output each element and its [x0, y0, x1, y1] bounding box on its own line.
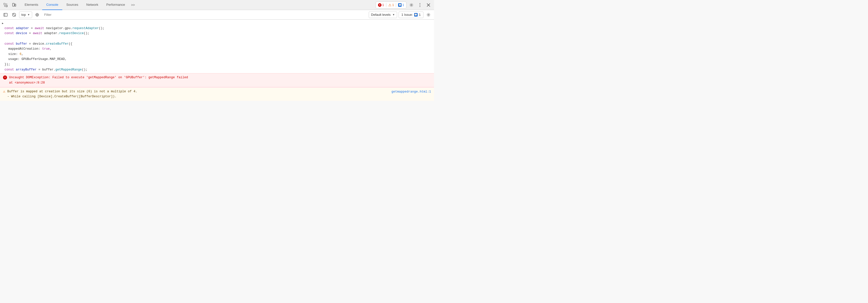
warning-row: ⚠ Buffer is mapped at creation but its s… [3, 89, 431, 99]
top-toolbar: Elements Console Sources Network Perform… [0, 0, 434, 10]
console-toolbar: top ▼ Default levels ▼ 1 Issue: 💬 1 [0, 10, 434, 20]
error-warning-badges[interactable]: ✕ 1 ⚠ 1 💬 1 [376, 1, 406, 8]
filter-input[interactable] [42, 13, 367, 16]
warning-message-block: ⚠ Buffer is mapped at creation but its s… [0, 87, 434, 101]
tab-performance[interactable]: Performance [102, 0, 129, 10]
error-location-text: at <anonymous>:9:28 [9, 80, 188, 86]
warn-badge: ⚠ 1 [388, 3, 394, 7]
svg-point-7 [420, 6, 421, 7]
warn-triangle-icon: ⚠ [388, 3, 392, 7]
issue-info-icon: 💬 [414, 13, 418, 16]
tab-console[interactable]: Console [42, 0, 62, 10]
inspect-element-button[interactable] [2, 1, 9, 8]
error-message-block: ✕ Uncaught DOMException: Failed to execu… [0, 73, 434, 87]
svg-point-6 [420, 4, 421, 5]
filter-container [42, 10, 367, 20]
console-settings-button[interactable] [425, 11, 432, 18]
default-levels-button[interactable]: Default levels ▼ [369, 11, 397, 18]
chevron-down-icon: ▼ [27, 13, 30, 16]
clear-console-button[interactable] [10, 11, 18, 18]
warning-main-text: Buffer is mapped at creation but its siz… [7, 89, 137, 94]
more-options-button[interactable] [416, 1, 424, 8]
code-entry: ▶ const adapter = await navigator.gpu.re… [0, 20, 434, 73]
more-tabs-button[interactable]: >> [129, 0, 137, 10]
info-badge: 💬 1 [398, 3, 404, 7]
info-square-icon: 💬 [398, 3, 402, 7]
warning-content: ⚠ Buffer is mapped at creation but its s… [3, 89, 391, 99]
warning-sub-text: - While calling [Device].CreateBuffer([B… [7, 94, 137, 99]
device-toolbar-button[interactable] [10, 1, 18, 8]
svg-rect-8 [4, 13, 7, 16]
error-text-content: Uncaught DOMException: Failed to execute… [9, 75, 188, 85]
tab-elements[interactable]: Elements [21, 0, 42, 10]
error-circle-icon: ✕ [3, 75, 7, 79]
svg-point-4 [411, 4, 412, 5]
tab-network[interactable]: Network [82, 0, 102, 10]
error-badge: ✕ 1 [378, 3, 384, 7]
console-toolbar-right: Default levels ▼ 1 Issue: 💬 1 [369, 11, 432, 18]
warning-text-block: Buffer is mapped at creation but its siz… [7, 89, 137, 99]
issues-button[interactable]: 1 Issue: 💬 1 [399, 11, 424, 18]
close-button[interactable] [425, 1, 432, 8]
svg-point-11 [37, 14, 38, 15]
svg-point-10 [36, 13, 38, 16]
show-sidebar-button[interactable] [2, 11, 9, 18]
live-expressions-button[interactable] [34, 11, 41, 18]
svg-point-12 [428, 14, 429, 15]
tab-list: Elements Console Sources Network Perform… [21, 0, 375, 10]
settings-button[interactable] [408, 1, 415, 8]
warning-source-link[interactable]: getmappedrange.html:1 [391, 89, 431, 94]
svg-rect-2 [12, 3, 14, 6]
error-main-text: Uncaught DOMException: Failed to execute… [9, 75, 188, 80]
warning-triangle-icon: ⚠ [3, 89, 5, 94]
toolbar-icons [2, 1, 18, 8]
context-selector[interactable]: top ▼ [19, 11, 32, 18]
expand-arrow[interactable]: ▶ [2, 22, 3, 26]
svg-point-5 [420, 3, 421, 4]
console-toolbar-left: top ▼ [2, 11, 41, 18]
code-content: const adapter = await navigator.gpu.requ… [4, 21, 104, 72]
svg-rect-3 [15, 4, 16, 6]
console-output: ▶ const adapter = await navigator.gpu.re… [0, 20, 434, 101]
chevron-down-icon2: ▼ [392, 13, 395, 16]
tab-sources[interactable]: Sources [62, 0, 82, 10]
svg-rect-1 [6, 5, 7, 7]
svg-rect-0 [4, 3, 5, 5]
error-circle-icon: ✕ [378, 3, 381, 7]
topbar-right: ✕ 1 ⚠ 1 💬 1 [376, 1, 432, 8]
